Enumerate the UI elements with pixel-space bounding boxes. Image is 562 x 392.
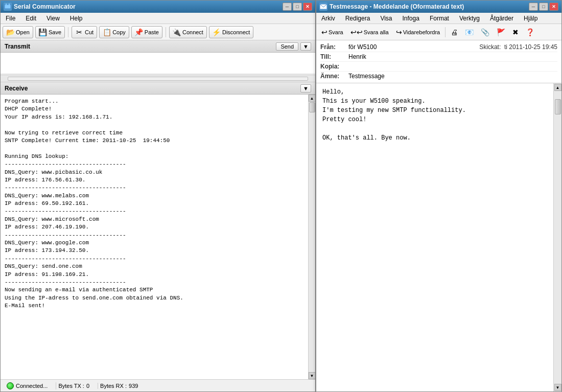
- transmit-label: Transmit: [5, 43, 30, 50]
- save-icon: 💾: [39, 28, 47, 36]
- print-icon: 🖨: [451, 28, 458, 36]
- reply-button[interactable]: ↩ Svara: [318, 26, 346, 38]
- email-scroll-down[interactable]: ▼: [554, 384, 561, 391]
- print-button[interactable]: 🖨: [448, 26, 461, 38]
- bytes-rx-status: Bytes RX : 939: [98, 383, 146, 389]
- help-icon: ❓: [526, 28, 534, 36]
- email-toolbar: ↩ Svara ↩↩ Svara alla ↪ Vidarebefordra 🖨…: [316, 24, 561, 40]
- bytes-tx-value: 0: [86, 383, 89, 389]
- sent-label: Skickat: ti 2011-10-25 19:45: [479, 43, 557, 51]
- receive-content-area: Program start... DHCP Complete! Your IP …: [1, 95, 315, 379]
- email-title-bar: Testmessage - Meddelande (Oformaterad te…: [316, 1, 561, 13]
- email-menu-visa[interactable]: Visa: [377, 14, 395, 23]
- email-menu-arkiv[interactable]: Arkiv: [318, 14, 338, 23]
- paste-button[interactable]: 📌 Paste: [131, 26, 162, 38]
- email-scroll-thumb[interactable]: [555, 99, 561, 114]
- serial-menu-bar: File Edit View Help: [1, 13, 315, 24]
- email-window-icon: [319, 3, 327, 11]
- email-menu-format[interactable]: Format: [427, 14, 452, 23]
- email-from-row: Från: för W5100 Skickat: ti 2011-10-25 1…: [320, 42, 557, 52]
- copy-button[interactable]: 📋 Copy: [99, 26, 129, 38]
- email-cc-row: Kopia:: [320, 62, 557, 72]
- serial-menu-edit[interactable]: Edit: [22, 14, 39, 23]
- scroll-up-arrow[interactable]: ▲: [309, 95, 316, 102]
- serial-communicator-window: Serial Communicator ─ □ ✕ File Edit View…: [0, 0, 316, 392]
- connection-text: Connected...: [16, 383, 48, 389]
- email-toolbar-btn-3[interactable]: 📎: [478, 26, 493, 38]
- email-menu-infoga[interactable]: Infoga: [400, 14, 423, 23]
- svg-rect-2: [9, 4, 10, 5]
- bytes-rx-label: Bytes RX :: [100, 383, 127, 389]
- email-main-content: Hello, This is your W5100 speaking. I'm …: [316, 83, 553, 391]
- transmit-input[interactable]: [1, 53, 315, 73]
- sent-value: ti 2011-10-25 19:45: [504, 43, 557, 51]
- cut-label: Cut: [85, 29, 93, 35]
- reply-label: Svara: [329, 29, 343, 35]
- email-toolbar-btn-2[interactable]: 📧: [462, 26, 477, 38]
- scroll-thumb[interactable]: [309, 102, 315, 112]
- email-window: Testmessage - Meddelande (Oformaterad te…: [316, 0, 562, 392]
- email-toolbar-separator-1: [445, 27, 446, 37]
- forward-button[interactable]: ↪ Vidarebefordra: [393, 26, 443, 38]
- bytes-tx-label: Bytes TX :: [58, 383, 84, 389]
- help-button[interactable]: ❓: [523, 26, 537, 38]
- to-label: Till:: [320, 53, 348, 60]
- connect-label: Connect: [182, 29, 203, 35]
- transmit-section: Transmit Send ▼: [1, 40, 315, 82]
- email-header-area: Från: för W5100 Skickat: ti 2011-10-25 1…: [316, 40, 561, 83]
- open-button[interactable]: 📂 Open: [3, 26, 33, 38]
- email-title: Testmessage - Meddelande (Oformaterad te…: [330, 3, 464, 10]
- subject-value: Testmessage: [348, 73, 385, 80]
- email-body: Hello, This is your W5100 speaking. I'm …: [316, 83, 553, 391]
- serial-menu-view[interactable]: View: [43, 14, 63, 23]
- flag-button[interactable]: 🚩: [494, 26, 508, 38]
- connection-status: Connected...: [5, 382, 56, 389]
- sent-label-text: Skickat:: [479, 43, 501, 51]
- disconnect-icon: ⚡: [213, 28, 221, 36]
- serial-minimize-button[interactable]: ─: [283, 3, 292, 11]
- email-menu-hjalp[interactable]: Hjälp: [521, 14, 541, 23]
- forward-label: Vidarebefordra: [403, 29, 440, 35]
- receive-scrollbar[interactable]: ▲ ▼: [308, 95, 315, 379]
- serial-window-icon: [4, 3, 12, 11]
- connect-button[interactable]: 🔌 Connect: [169, 26, 207, 38]
- email-scrollbar[interactable]: ▲ ▼: [553, 83, 561, 391]
- delete-button[interactable]: ✖: [509, 26, 522, 38]
- forward-icon: ↪: [396, 28, 402, 36]
- serial-maximize-button[interactable]: □: [293, 3, 302, 11]
- send-button[interactable]: Send: [276, 42, 298, 51]
- email-maximize-button[interactable]: □: [539, 3, 548, 11]
- save-button[interactable]: 💾 Save: [35, 26, 65, 38]
- serial-title-bar: Serial Communicator ─ □ ✕: [1, 1, 315, 13]
- email-minimize-button[interactable]: ─: [529, 3, 538, 11]
- email-menu-verktyg[interactable]: Verktyg: [456, 14, 483, 23]
- reply-icon: ↩: [321, 28, 327, 36]
- email-menu-redigera[interactable]: Redigera: [342, 14, 373, 23]
- cut-button[interactable]: ✂ Cut: [72, 26, 97, 38]
- transmit-hscroll-track[interactable]: [8, 77, 308, 81]
- email-content-area: Hello, This is your W5100 speaking. I'm …: [316, 83, 561, 391]
- to-value: Henrik: [348, 53, 366, 60]
- save-label: Save: [49, 29, 61, 35]
- receive-header: Receive ▼: [1, 82, 315, 95]
- scroll-down-arrow[interactable]: ▼: [309, 372, 316, 379]
- connection-led: [7, 382, 14, 389]
- email-scroll-up[interactable]: ▲: [554, 84, 561, 91]
- serial-toolbar: 📂 Open 💾 Save ✂ Cut 📋 Copy 📌 Paste 🔌 Con…: [1, 24, 315, 40]
- email-close-button[interactable]: ✕: [549, 3, 558, 11]
- toolbar-separator-2: [166, 27, 166, 37]
- serial-close-button[interactable]: ✕: [303, 3, 312, 11]
- serial-menu-help[interactable]: Help: [67, 14, 86, 23]
- serial-window-controls: ─ □ ✕: [283, 3, 312, 11]
- bytes-tx-status: Bytes TX : 0: [56, 383, 98, 389]
- paste-icon: 📌: [135, 28, 143, 36]
- reply-all-button[interactable]: ↩↩ Svara alla: [347, 26, 392, 38]
- serial-menu-file[interactable]: File: [3, 14, 18, 23]
- receive-dropdown-arrow[interactable]: ▼: [300, 84, 311, 93]
- from-label: Från:: [320, 43, 348, 51]
- email-menu-atgarder[interactable]: Åtgärder: [487, 14, 517, 23]
- bytes-rx-value: 939: [129, 383, 138, 389]
- disconnect-button[interactable]: ⚡ Disconnect: [209, 26, 253, 38]
- send-dropdown-arrow[interactable]: ▼: [300, 42, 311, 51]
- email-to-row: Till: Henrik: [320, 52, 557, 62]
